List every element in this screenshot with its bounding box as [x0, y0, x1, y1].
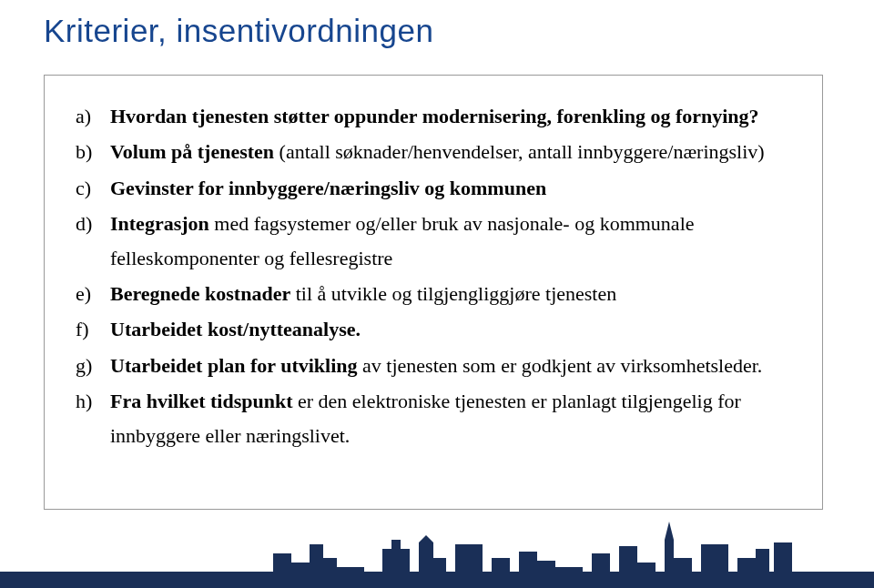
item-text: Beregnede kostnader til å utvikle og til…	[110, 277, 793, 310]
item-marker: b)	[76, 135, 110, 168]
item-text: Integrasjon med fagsystemer og/eller bru…	[110, 207, 793, 275]
item-bold: Beregnede kostnader	[110, 282, 290, 305]
svg-rect-0	[0, 572, 874, 588]
item-bold: Gevinster for innbyggere/næringsliv og k…	[110, 177, 546, 199]
list-item: d) Integrasjon med fagsystemer og/eller …	[76, 207, 793, 275]
criteria-list: a) Hvordan tjenesten støtter oppunder mo…	[76, 99, 793, 452]
item-bold: Hvordan tjenesten støtter oppunder moder…	[110, 105, 759, 127]
item-text: Volum på tjenesten (antall søknader/henv…	[110, 135, 793, 168]
page-title: Kriterier, insentivordningen	[44, 13, 433, 49]
item-text: Utarbeidet plan for utvikling av tjenest…	[110, 349, 793, 382]
list-item: a) Hvordan tjenesten støtter oppunder mo…	[76, 99, 793, 133]
item-marker: c)	[76, 171, 110, 205]
item-bold: Utarbeidet kost/nytteanalyse.	[110, 318, 361, 340]
item-marker: h)	[76, 384, 110, 452]
list-item: b) Volum på tjenesten (antall søknader/h…	[76, 135, 793, 168]
list-item: g) Utarbeidet plan for utvikling av tjen…	[76, 349, 793, 382]
list-item: h) Fra hvilket tidspunkt er den elektron…	[76, 384, 793, 452]
slide: Kriterier, insentivordningen a) Hvordan …	[0, 0, 874, 588]
list-item: f) Utarbeidet kost/nytteanalyse.	[76, 312, 793, 346]
item-text: Gevinster for innbyggere/næringsliv og k…	[110, 171, 793, 205]
list-item: e) Beregnede kostnader til å utvikle og …	[76, 277, 793, 310]
item-text: Hvordan tjenesten støtter oppunder moder…	[110, 99, 793, 133]
item-suffix: til å utvikle og tilgjengliggjøre tjenes…	[290, 282, 616, 305]
item-bold: Fra hvilket tidspunkt	[110, 390, 293, 412]
item-marker: f)	[76, 312, 110, 346]
item-marker: e)	[76, 277, 110, 310]
item-suffix: av tjenesten som er godkjent av virksomh…	[358, 354, 763, 377]
item-suffix: (antall søknader/henvendelser, antall in…	[274, 140, 765, 163]
item-bold: Volum på tjenesten	[110, 140, 274, 163]
item-text: Fra hvilket tidspunkt er den elektronisk…	[110, 384, 793, 452]
item-bold: Utarbeidet plan for utvikling	[110, 354, 358, 377]
content-box: a) Hvordan tjenesten støtter oppunder mo…	[44, 75, 823, 510]
item-marker: a)	[76, 99, 110, 133]
item-text: Utarbeidet kost/nytteanalyse.	[110, 312, 793, 346]
item-marker: d)	[76, 207, 110, 275]
item-bold: Integrasjon	[110, 212, 209, 235]
item-marker: g)	[76, 349, 110, 382]
list-item: c) Gevinster for innbyggere/næringsliv o…	[76, 171, 793, 205]
skyline-icon	[0, 517, 874, 588]
